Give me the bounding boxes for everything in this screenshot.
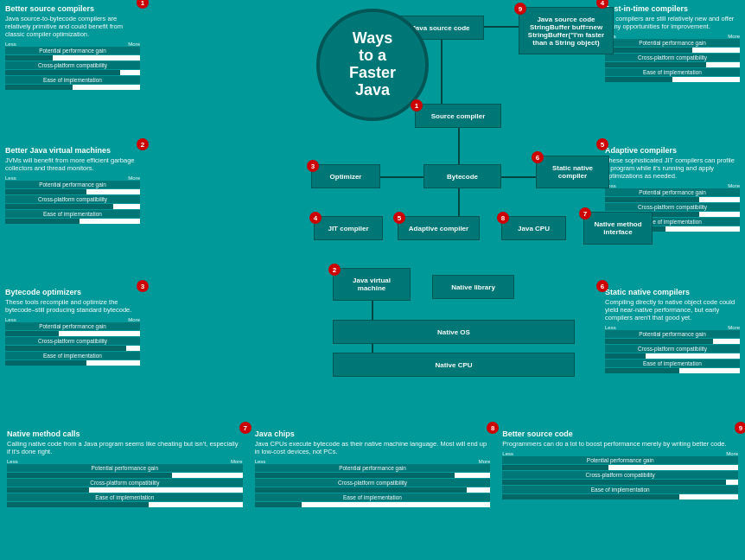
meter-bar-bg <box>502 480 738 485</box>
less-label: Less <box>502 451 513 456</box>
meter-group: LessMorePotential performance gainCross-… <box>502 451 738 500</box>
flow-box-native-library: Native library <box>432 275 514 299</box>
info-box-body: Java source-to-bytecode compilers are re… <box>5 15 140 38</box>
arrow <box>484 26 519 28</box>
meter-group: LessMorePotential performance gainCross-… <box>605 325 740 373</box>
left-panel: 1Better source compilersJava source-to-b… <box>0 0 145 423</box>
meter-bar <box>5 219 80 224</box>
meter-label: Potential performance gain <box>5 181 140 188</box>
diag-badge-3: 3 <box>307 160 319 172</box>
meter-bar-bg <box>605 197 740 202</box>
bottom-box-title: Better source code <box>502 430 738 438</box>
info-box-body: JVMs will benefit from more efficient ga… <box>5 156 140 172</box>
more-label: More <box>128 317 140 322</box>
meter-label: Potential performance gain <box>5 47 140 54</box>
less-label: Less <box>5 175 16 181</box>
info-box-3: 3Bytecode optimizersThese tools recompil… <box>0 283 145 423</box>
meter-label: Cross-platform compatibility <box>5 195 140 203</box>
bottom-box-body: Programmers can do a lot to boost perfor… <box>502 440 738 448</box>
meter-bar-bg <box>255 473 491 478</box>
meter-bar <box>605 48 692 53</box>
flow-box-native-cpu: Native CPU <box>333 353 575 377</box>
diag-badge-2: 2 <box>328 264 341 276</box>
flow-box-jit-compiler: JIT compiler4 <box>314 216 383 240</box>
meter-bar-bg <box>5 70 140 75</box>
arrow <box>501 176 536 178</box>
circle-title-text: Waysto aFasterJava <box>349 30 396 99</box>
less-label: Less <box>7 459 18 464</box>
flow-box-static-native-compiler: Static native compiler6 <box>536 156 609 188</box>
main-container: 1Better source compilersJava source-to-b… <box>0 0 745 560</box>
meter-label: Potential performance gain <box>7 464 243 472</box>
meter-bar-bg <box>5 189 140 194</box>
more-label: More <box>728 183 740 188</box>
diagram-area: Waysto aFasterJava Java source codeJava … <box>147 0 598 423</box>
info-box-body: Compiling directly to native object code… <box>605 298 740 321</box>
meter-bar <box>605 339 713 344</box>
badge-7: 7 <box>239 422 252 434</box>
bottom-box-title: Java chips <box>255 430 491 438</box>
flow-box-native-method-interface: Native method interface7 <box>583 212 653 245</box>
meter-label: Ease of implementation <box>5 76 140 84</box>
meter-label: Ease of implementation <box>502 486 738 493</box>
info-box-title: Adaptive compilers <box>605 146 740 155</box>
more-label: More <box>726 451 738 456</box>
meter-group: LessMorePotential performance gainCross-… <box>5 41 140 90</box>
info-box-title: Better source compilers <box>5 4 140 13</box>
meter-bar-bg <box>605 48 740 53</box>
flow-box-adaptive-compiler: Adaptive compiler5 <box>398 216 480 240</box>
meter-group: LessMorePotential performance gainCross-… <box>7 459 243 507</box>
bottom-box-body: Java CPUs execute bytecode as their nati… <box>255 440 491 455</box>
bottom-box-title: Native method calls <box>7 430 243 438</box>
meter-bar <box>502 494 679 500</box>
bottom-box-9: 9Better source codeProgrammers can do a … <box>497 425 743 558</box>
meter-group: LessMorePotential performance gainCross-… <box>5 175 140 224</box>
meter-bar-bg <box>5 85 140 90</box>
meter-label: Ease of implementation <box>605 360 740 367</box>
meter-bar-bg <box>5 204 140 209</box>
badge-9: 9 <box>735 422 745 434</box>
meter-label: Cross-platform compatibility <box>7 479 243 487</box>
meter-bar <box>255 487 467 493</box>
flow-box-source-compiler: Source compiler1 <box>415 104 501 128</box>
more-label: More <box>479 459 491 464</box>
meter-label: Potential performance gain <box>605 39 740 47</box>
meter-label: Cross-platform compatibility <box>605 54 740 61</box>
meter-bar-bg <box>5 219 140 224</box>
meter-label: Ease of implementation <box>605 68 740 76</box>
info-box-body: These tools recompile and optimize the b… <box>5 298 140 314</box>
meter-bar <box>255 502 302 507</box>
meter-bar <box>5 360 86 366</box>
flow-box-java-cpu: Java CPU8 <box>501 216 566 240</box>
flow-box-java-source-2: Java source code StringBuffer buff=new S… <box>519 7 614 54</box>
meter-label: Ease of implementation <box>5 210 140 218</box>
diag-badge-9: 9 <box>514 3 526 15</box>
meter-bar <box>7 487 89 493</box>
arrow <box>380 176 423 178</box>
less-label: Less <box>5 317 16 322</box>
meter-bar <box>5 189 86 194</box>
meter-bar-bg <box>605 62 740 67</box>
meter-bar <box>605 353 646 359</box>
info-box-title: Static native compilers <box>605 288 740 296</box>
flow-box-jvm: Java virtual machine2 <box>333 268 411 301</box>
more-label: More <box>231 459 243 464</box>
diag-badge-8: 8 <box>497 212 509 224</box>
bottom-box-8: 8Java chipsJava CPUs execute bytecode as… <box>250 425 496 558</box>
meter-label: Ease of implementation <box>255 493 491 501</box>
meter-label: Ease of implementation <box>5 352 140 360</box>
meter-bar-bg <box>502 494 738 500</box>
meter-bar <box>255 473 455 478</box>
meter-bar-bg <box>7 502 243 507</box>
meter-label: Cross-platform compatibility <box>255 479 491 487</box>
meter-bar <box>605 368 679 373</box>
meter-bar <box>5 346 126 351</box>
diag-badge-4: 4 <box>309 212 322 224</box>
info-box-1: 1Better source compilersJava source-to-b… <box>0 0 145 140</box>
diag-badge-5: 5 <box>393 212 405 224</box>
diag-badge-6: 6 <box>532 151 544 163</box>
meter-bar <box>502 465 608 470</box>
arrow <box>441 40 443 104</box>
meter-group: LessMorePotential performance gainCross-… <box>5 317 140 366</box>
meter-bar <box>5 55 53 60</box>
